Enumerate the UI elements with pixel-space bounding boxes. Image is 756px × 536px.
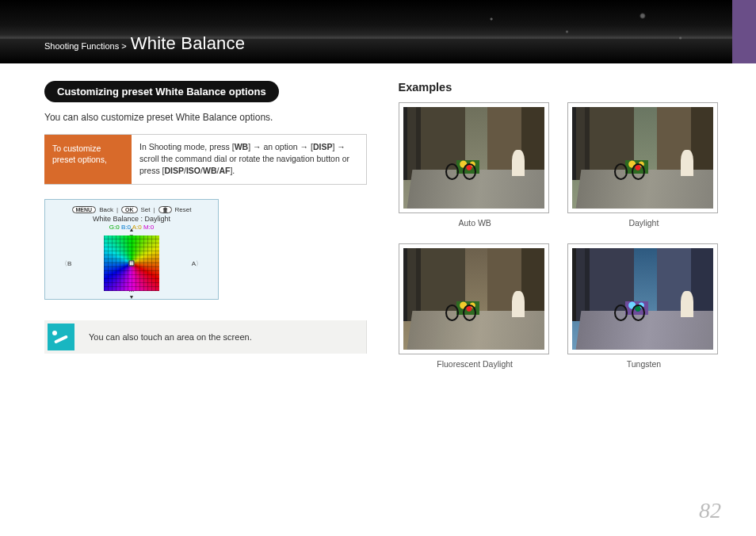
- howto-box: To customize preset options, In Shooting…: [44, 134, 367, 185]
- cap-flu: Fluorescent Daylight: [399, 359, 552, 369]
- camera-screenshot: MENU Back | OK Set | 🗑 Reset White Balan…: [44, 199, 219, 300]
- screenshot-topbar: MENU Back | OK Set | 🗑 Reset: [52, 206, 212, 213]
- howto-steps: In Shooting mode, press [WB] → an option…: [132, 135, 366, 184]
- examples-title: Examples: [399, 81, 721, 94]
- thumb-day: [567, 102, 718, 213]
- sep1: |: [116, 206, 118, 213]
- howto-t1: In Shooting mode, press [: [139, 142, 235, 151]
- breadcrumb-sep: >: [121, 41, 126, 51]
- tip-text: You can also touch an area on the screen…: [89, 332, 252, 342]
- photo-auto: [403, 107, 544, 209]
- set-label: Set: [141, 206, 151, 213]
- key-disp2: DISP: [165, 166, 185, 175]
- page-header: Shooting Functions > White Balance: [0, 0, 756, 63]
- wb-color-grid: [104, 235, 159, 291]
- key-iso: ISO: [186, 166, 200, 175]
- accent-stripe: [732, 0, 756, 63]
- back-label: Back: [99, 206, 113, 213]
- breadcrumb-section: Shooting Functions: [44, 41, 119, 51]
- axis-a: A〉: [192, 258, 202, 267]
- cap-auto: Auto WB: [399, 218, 552, 228]
- axis-b: 〈B: [61, 258, 71, 267]
- ok-button: OK: [121, 206, 138, 213]
- photo-day: [572, 107, 713, 209]
- example-tung: Tungsten: [567, 243, 720, 377]
- axis-b-l: B: [67, 259, 71, 266]
- thumb-flu: [399, 243, 549, 354]
- intro-text: You can also customize preset White Bala…: [44, 112, 367, 123]
- photo-tung: [572, 248, 713, 350]
- example-auto: Auto WB: [399, 102, 552, 235]
- cap-tung: Tungsten: [567, 359, 720, 369]
- key-wb2: WB: [203, 166, 217, 175]
- example-flu: Fluorescent Daylight: [399, 243, 552, 377]
- left-column: Customizing preset White Balance options…: [44, 81, 367, 377]
- del-button: 🗑: [158, 206, 172, 213]
- howto-t4: ].: [230, 166, 235, 175]
- cap-day: Daylight: [567, 218, 720, 228]
- key-wb: WB: [235, 142, 249, 151]
- wb-cursor: [129, 260, 135, 266]
- section-pill: Customizing preset White Balance options: [44, 81, 279, 102]
- examples-grid: Auto WB Daylight Fluorescent Daylight: [399, 102, 721, 377]
- howto-t2: ] → an option → [: [248, 142, 313, 151]
- right-column: Examples Auto WB Daylight: [399, 81, 721, 377]
- sep2: |: [154, 206, 155, 213]
- page-title: White Balance: [131, 33, 245, 53]
- val-g: G:0: [109, 224, 120, 231]
- breadcrumb: Shooting Functions > White Balance: [44, 35, 245, 52]
- reset-label: Reset: [175, 206, 192, 213]
- key-disp: DISP: [313, 142, 333, 151]
- screenshot-title: White Balance : Daylight: [52, 215, 212, 223]
- photo-flu: [403, 248, 544, 350]
- howto-label: To customize preset options,: [44, 135, 132, 184]
- content: Customizing preset White Balance options…: [0, 63, 756, 377]
- pen-icon: [48, 324, 74, 350]
- page-number: 82: [699, 498, 721, 523]
- key-af: AF: [219, 166, 230, 175]
- wb-grid-wrap: ▲G M▼ 〈B A〉: [72, 235, 191, 291]
- val-m: M:0: [143, 224, 154, 231]
- thumb-tung: [567, 243, 718, 354]
- thumb-auto: [399, 102, 549, 213]
- menu-button: MENU: [72, 206, 97, 213]
- tip-box: You can also touch an area on the screen…: [44, 320, 367, 354]
- example-day: Daylight: [567, 102, 720, 235]
